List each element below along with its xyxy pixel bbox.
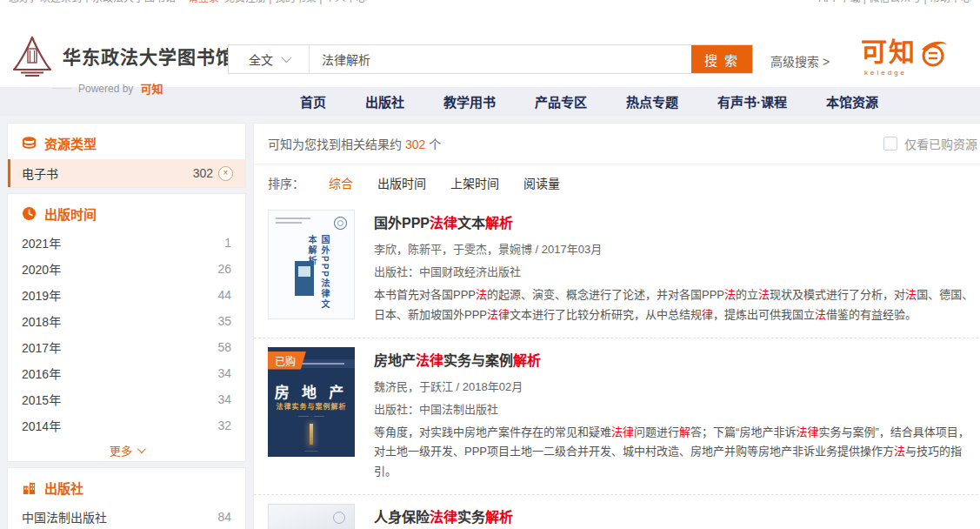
cover-title: 房 地 产 (268, 380, 355, 402)
book-cover[interactable]: 已购 房 地 产 法律实务与案例解析 —— · —— ——— (268, 347, 355, 457)
show-more-label: 更多 (110, 442, 132, 459)
facet-resource-type: 资源类型 电子书 302 × (7, 123, 246, 188)
facet-title: 资源类型 (44, 134, 97, 152)
book-cover[interactable]: 国外PPP法律文本解析 (268, 210, 355, 319)
results-header: 可知为您找到相关结果约302个 仅看已购资源 (254, 124, 980, 164)
powered-by: Powered by 可知 (52, 80, 163, 97)
facet-label: 2016年 (22, 365, 61, 382)
facet-label: 2021年 (22, 234, 61, 251)
facet-year-row[interactable]: 2017年 58 (8, 334, 245, 360)
facet-count: 58 (217, 340, 231, 354)
sort-option-shelf-date[interactable]: 上架时间 (450, 174, 499, 191)
book-cover[interactable]: THE INSURANCE LAW & PRACTICE 人身保险法律 实务解析… (268, 504, 355, 529)
content: 资源类型 电子书 302 × 出版时间 2021年 1 (0, 116, 980, 529)
facet-count: 32 (217, 419, 231, 432)
result-description: 等角度，对实践中房地产案件存在的常见和疑难法律问题进行解答；下篇“房地产非诉法律… (374, 423, 977, 482)
sort-bar: 排序： 综合 出版时间 上架时间 阅读量 (254, 164, 980, 201)
topbar-links[interactable]: 免费注册 | 我的书架 | 个人中心 (224, 0, 367, 4)
remove-filter-icon[interactable]: × (218, 166, 233, 181)
result-title[interactable]: 房地产法律实务与案例解析 (374, 349, 977, 370)
search-button[interactable]: 搜 索 (691, 45, 752, 73)
facet-label: 2020年 (22, 260, 61, 278)
result-item: THE INSURANCE LAW & PRACTICE 人身保险法律 实务解析… (254, 495, 980, 529)
result-title[interactable]: 人身保险法律实务解析 (374, 506, 977, 526)
facet-label: 电子书 (22, 164, 58, 182)
nav-item-library-resources[interactable]: 本馆资源 (826, 92, 878, 110)
chevron-down-icon (282, 53, 291, 63)
facet-pub-time: 出版时间 2021年 1 2020年 26 2019年 44 2018年 35 … (7, 193, 246, 462)
facet-pub-time-header: 出版时间 (8, 194, 245, 230)
nav-item-publishers[interactable]: 出版社 (365, 92, 404, 110)
result-item: 国外PPP法律文本解析 国外PPP法律文本解析 李欣，陈新平，于雯杰，景婉博 /… (254, 201, 980, 338)
facet-count: 44 (217, 288, 231, 302)
facet-year-row[interactable]: 2019年 44 (8, 282, 245, 308)
summary-suffix: 个 (429, 137, 441, 151)
nav-item-textbooks[interactable]: 教学用书 (443, 92, 496, 110)
result-publisher: 出版社：中国财政经济出版社 (374, 263, 977, 279)
facet-title: 出版时间 (44, 204, 97, 223)
facet-year-row[interactable]: 2021年 1 (8, 230, 245, 256)
facet-year-row[interactable]: 2020年 26 (8, 256, 245, 282)
facet-year-row[interactable]: 2015年 34 (8, 386, 245, 412)
header: 华东政法大学图书馆 Powered by 可知 全文 搜 索 高级搜索 > 可知… (0, 9, 980, 87)
cover-emblem-icon (334, 217, 347, 230)
results-panel: 可知为您找到相关结果约302个 仅看已购资源 排序： 综合 出版时间 上架时间 … (253, 123, 980, 529)
result-publisher: 出版社：中国法制出版社 (374, 400, 977, 417)
search-scope-value: 全文 (249, 50, 273, 68)
summary-prefix: 可知为您找到相关结果约 (268, 137, 402, 151)
summary-count: 302 (405, 137, 425, 151)
library-name: 华东政法大学图书馆 (63, 43, 235, 69)
sort-option-reads[interactable]: 阅读量 (523, 174, 560, 191)
building-icon (22, 480, 37, 495)
nav-item-home[interactable]: 首页 (300, 92, 326, 110)
cover-author-lines: —— · —— (268, 413, 355, 419)
keledge-logo-text: 可知 (861, 37, 917, 67)
facet-publisher-row[interactable]: 中国法制出版社 84 (8, 504, 245, 529)
result-title[interactable]: 国外PPP法律文本解析 (374, 211, 977, 232)
search-input[interactable] (310, 45, 691, 73)
facet-count: 302 (193, 166, 213, 180)
only-purchased-label: 仅看已购资源 (904, 135, 977, 152)
facet-label: 2014年 (22, 417, 61, 434)
sort-option-default[interactable]: 综合 (329, 174, 353, 191)
facet-count: 84 (217, 510, 231, 524)
filter-sidebar: 资源类型 电子书 302 × 出版时间 2021年 1 (7, 123, 246, 529)
only-purchased-checkbox[interactable] (883, 137, 897, 151)
search-scope-select[interactable]: 全文 (229, 45, 310, 73)
library-logo[interactable]: 华东政法大学图书馆 (10, 35, 235, 77)
keledge-logo-subtext: keledge (861, 69, 950, 77)
nav-item-audiobooks[interactable]: 有声书·课程 (717, 92, 787, 110)
facet-label: 2019年 (22, 286, 61, 304)
topbar: 您好，欢迎来到华东政法大学图书馆请登录免费注册 | 我的书架 | 个人中心 AP… (0, 0, 980, 9)
powered-by-brand: 可知 (140, 80, 163, 97)
facet-label: 2018年 (22, 312, 61, 330)
facet-item-ebook-selected[interactable]: 电子书 302 × (8, 159, 245, 187)
facet-year-row[interactable]: 2016年 34 (8, 360, 245, 386)
topbar-right-links[interactable]: APP下载 | 微信公众号 | 帮助中心 (818, 0, 971, 4)
facet-year-row[interactable]: 2018年 35 (8, 308, 245, 334)
result-authors-date: 魏济民，于跃江 / 2018年02月 (374, 378, 977, 394)
result-item: 已购 房 地 产 法律实务与案例解析 —— · —— ——— 房地产法律实务与案… (254, 338, 980, 495)
show-more-button[interactable]: 更多 (8, 439, 245, 461)
clock-icon (22, 206, 37, 221)
only-purchased-toggle[interactable]: 仅看已购资源 (883, 135, 977, 152)
cover-emblem-icon (333, 512, 345, 524)
result-description: 本书首先对各国PPP法的起源、演变、概念进行了论述，并对各国PPP法的立法现状及… (374, 285, 977, 325)
facet-count: 34 (217, 366, 231, 380)
facet-publisher-header: 出版社 (8, 468, 245, 504)
topbar-login-link[interactable]: 请登录 (188, 0, 219, 4)
advanced-search-link[interactable]: 高级搜索 > (770, 52, 830, 70)
topbar-right[interactable]: APP下载 | 微信公众号 | 帮助中心 (818, 0, 971, 8)
keledge-logo[interactable]: 可知 keledge (861, 37, 950, 77)
facet-label: 中国法制出版社 (22, 508, 107, 526)
university-emblem-icon (10, 35, 54, 77)
cover-image (295, 261, 314, 296)
nav-item-hot-topics[interactable]: 热点专题 (626, 92, 678, 110)
nav-item-product-zone[interactable]: 产品专区 (535, 92, 587, 110)
facet-label: 2017年 (22, 338, 61, 356)
database-icon (22, 136, 37, 151)
sort-label: 排序： (268, 174, 304, 191)
cover-subtitle: 法律实务与案例解析 (268, 401, 355, 411)
sort-option-pub-date[interactable]: 出版时间 (377, 174, 426, 191)
facet-year-row[interactable]: 2014年 32 (8, 412, 245, 439)
